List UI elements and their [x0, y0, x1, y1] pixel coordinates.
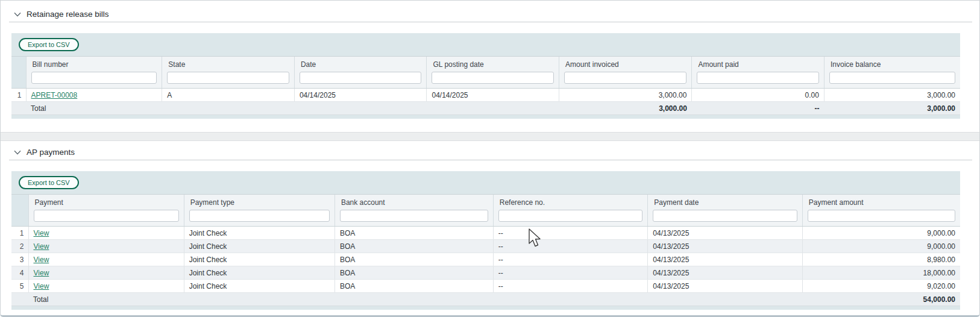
column-bill-number: Bill number [26, 57, 162, 89]
column-bank-account: Bank account [335, 195, 493, 227]
ap-payments-toolbar: Export to CSV [11, 171, 960, 195]
payment-type-cell: Joint Check [184, 253, 335, 266]
column-state: State [162, 57, 295, 89]
filter-gl-posting-date-input[interactable] [432, 72, 554, 84]
view-payment-link[interactable]: View [34, 282, 49, 290]
filter-state-input[interactable] [167, 72, 289, 84]
export-csv-button[interactable]: Export to CSV [19, 38, 79, 51]
total-amount-paid: -- [692, 102, 825, 115]
retainage-section: Retainage release bills Export to CSV Bi… [1, 8, 979, 132]
total-payment-amount: 54,000.00 [802, 293, 960, 306]
chevron-down-icon[interactable] [14, 12, 21, 17]
filter-bank-account-input[interactable] [340, 210, 488, 222]
payment-cell: View [28, 280, 184, 293]
column-payment-date: Payment date [648, 195, 803, 227]
payment-cell: View [28, 253, 184, 266]
view-payment-link[interactable]: View [34, 229, 49, 237]
filter-payment-date-input[interactable] [653, 210, 797, 222]
column-amount-paid: Amount paid [692, 57, 825, 89]
payment-date-cell: 04/13/2025 [648, 253, 803, 266]
row-number: 5 [11, 280, 28, 293]
payment-amount-cell: 9,000.00 [802, 227, 960, 240]
bill-number-link[interactable]: APRET-00008 [31, 91, 78, 99]
row-number: 1 [11, 89, 26, 102]
filter-payment-amount-input[interactable] [808, 210, 955, 222]
ap-payments-section-header: AP payments [14, 146, 971, 157]
filter-payment-type-input[interactable] [189, 210, 330, 222]
amount-paid-cell: 0.00 [692, 89, 825, 102]
section-divider [9, 22, 972, 22]
table-row: 1 View Joint Check BOA -- 04/13/2025 9,0… [11, 227, 960, 240]
total-invoice-balance: 3,000.00 [824, 102, 960, 115]
filter-date-input[interactable] [300, 72, 422, 84]
state-cell: A [162, 89, 295, 102]
reference-no-cell: -- [493, 266, 648, 280]
table-row: 2 View Joint Check BOA -- 04/13/2025 9,0… [11, 240, 960, 253]
page-frame: Retainage release bills Export to CSV Bi… [0, 0, 980, 317]
payment-cell: View [28, 240, 184, 253]
payment-type-cell: Joint Check [184, 240, 335, 253]
filter-reference-no-input[interactable] [498, 210, 643, 222]
filter-amount-invoiced-input[interactable] [564, 72, 686, 84]
table-row: 1 APRET-00008 A 04/14/2025 04/14/2025 3,… [11, 89, 960, 102]
amount-invoiced-cell: 3,000.00 [559, 89, 692, 102]
column-date: Date [294, 57, 427, 89]
row-number: 1 [11, 227, 28, 240]
row-number: 4 [11, 266, 28, 280]
payment-cell: View [28, 266, 184, 280]
filter-payment-input[interactable] [34, 210, 179, 222]
payment-type-cell: Joint Check [184, 227, 335, 240]
bank-account-cell: BOA [335, 227, 493, 240]
view-payment-link[interactable]: View [34, 269, 49, 277]
invoice-balance-cell: 3,000.00 [824, 89, 960, 102]
row-number-header [11, 57, 26, 89]
bill-number-cell: APRET-00008 [26, 89, 162, 102]
column-invoice-balance: Invoice balance [824, 57, 960, 89]
retainage-toolbar: Export to CSV [11, 33, 960, 57]
section-divider [9, 160, 972, 160]
reference-no-cell: -- [493, 240, 648, 253]
filter-amount-paid-input[interactable] [697, 72, 819, 84]
ap-payments-section: AP payments Export to CSV Payment [1, 146, 979, 310]
filter-bill-number-input[interactable] [31, 72, 157, 84]
payment-amount-cell: 9,020.00 [802, 280, 960, 293]
payment-date-cell: 04/13/2025 [648, 266, 803, 280]
row-number: 2 [11, 240, 28, 253]
table-row: 5 View Joint Check BOA -- 04/13/2025 9,0… [11, 280, 960, 293]
export-csv-button[interactable]: Export to CSV [19, 176, 79, 189]
retainage-header-row: Bill number State Date GL posting d [11, 57, 960, 89]
table-row: 4 View Joint Check BOA -- 04/13/2025 18,… [11, 266, 960, 280]
filter-invoice-balance-input[interactable] [829, 72, 955, 84]
column-reference-no: Reference no. [493, 195, 648, 227]
total-row: Total 3,000.00 -- 3,000.00 [11, 102, 960, 115]
panel-separator [1, 132, 979, 141]
bank-account-cell: BOA [335, 280, 493, 293]
retainage-table: Bill number State Date GL posting d [11, 57, 960, 115]
column-gl-posting-date: GL posting date [427, 57, 559, 89]
view-payment-link[interactable]: View [34, 256, 49, 264]
payment-date-cell: 04/13/2025 [648, 240, 803, 253]
bank-account-cell: BOA [335, 266, 493, 280]
payment-date-cell: 04/13/2025 [648, 227, 803, 240]
total-row: Total 54,000.00 [11, 293, 960, 306]
ap-payments-table: Payment Payment type Bank account R [11, 195, 960, 306]
total-row-spacer [11, 102, 26, 115]
chevron-down-icon[interactable] [14, 150, 21, 155]
row-number-header [11, 195, 28, 227]
bank-account-cell: BOA [335, 240, 493, 253]
section-title: AP payments [27, 148, 75, 157]
payment-amount-cell: 8,980.00 [802, 253, 960, 266]
payment-amount-cell: 9,000.00 [802, 240, 960, 253]
retainage-section-header: Retainage release bills [14, 8, 971, 19]
reference-no-cell: -- [493, 280, 648, 293]
column-payment-amount: Payment amount [802, 195, 960, 227]
view-payment-link[interactable]: View [34, 242, 49, 251]
column-amount-invoiced: Amount invoiced [559, 57, 692, 89]
total-label: Total [26, 102, 162, 115]
table-row: 3 View Joint Check BOA -- 04/13/2025 8,9… [11, 253, 960, 266]
section-title: Retainage release bills [27, 10, 109, 19]
total-row-spacer [11, 293, 28, 306]
ap-payments-grid: Export to CSV Payment Payment t [11, 171, 960, 310]
retainage-grid: Export to CSV Bill number State [11, 33, 960, 119]
payment-type-cell: Joint Check [184, 266, 335, 280]
